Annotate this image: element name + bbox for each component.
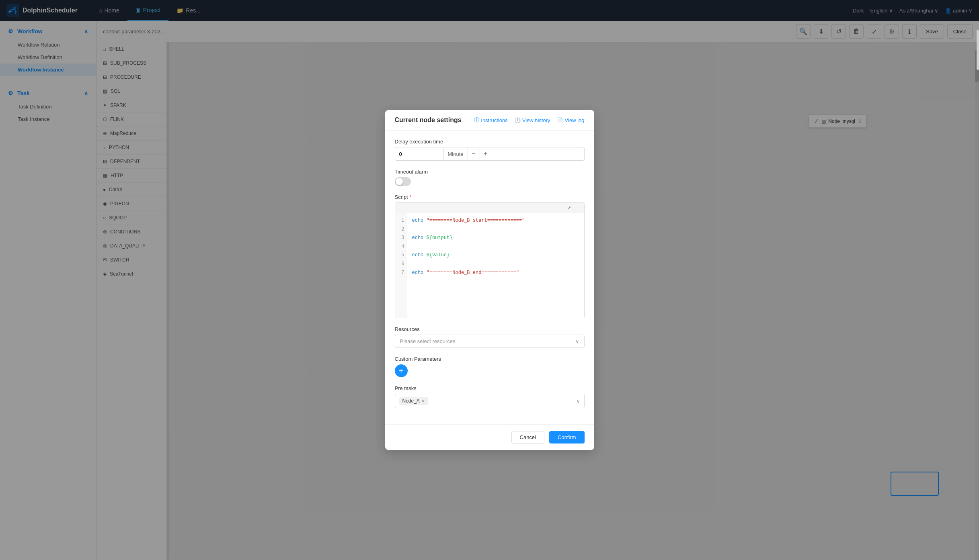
script-editor[interactable]: ⤢ — 1 2 3 4 5 6 7 — [395, 202, 585, 318]
delay-execution-label: Delay execution time — [395, 139, 585, 145]
increment-button[interactable]: + — [480, 147, 492, 160]
timeout-alarm-toggle[interactable] — [395, 177, 411, 186]
pre-task-tag: Node_A × — [399, 397, 428, 405]
script-line-7: echo "========Node_B end============" — [412, 269, 579, 278]
modal-title: Current node settings — [395, 116, 462, 124]
modal-footer: Cancel Confirm — [385, 424, 594, 450]
timeout-alarm-group: Timeout alarm — [395, 169, 585, 186]
delay-execution-input: Minute − + — [395, 147, 585, 161]
delay-unit: Minute — [443, 149, 468, 159]
custom-parameters-group: Custom Parameters + — [395, 356, 585, 377]
plus-icon: + — [399, 367, 404, 375]
info-circle-icon: ⓘ — [474, 116, 479, 124]
add-parameter-button[interactable]: + — [395, 364, 408, 377]
script-editor-toolbar: ⤢ — — [395, 203, 584, 213]
custom-parameters-label: Custom Parameters — [395, 356, 585, 362]
timeout-alarm-label: Timeout alarm — [395, 169, 585, 175]
resources-select[interactable]: Please select resources ∨ — [395, 335, 585, 348]
modal: Current node settings ⓘ Instructions 🕐 V… — [385, 110, 594, 450]
pre-tasks-chevron-icon: ∨ — [576, 398, 580, 404]
script-line-3: echo ${output} — [412, 234, 579, 243]
script-line-1: echo "========Node_B start============" — [412, 217, 579, 225]
pre-tasks-input[interactable]: Node_A × ∨ — [395, 394, 585, 408]
delay-value-field[interactable] — [395, 149, 443, 159]
resources-group: Resources Please select resources ∨ — [395, 326, 585, 348]
modal-overlay[interactable]: Current node settings ⓘ Instructions 🕐 V… — [0, 0, 979, 560]
pre-tasks-group: Pre tasks Node_A × ∨ — [395, 385, 585, 408]
fullscreen-icon[interactable]: ⤢ — [565, 204, 573, 211]
confirm-button[interactable]: Confirm — [549, 431, 585, 444]
script-group: Script ⤢ — 1 2 3 4 5 6 — [395, 194, 585, 318]
modal-header: Current node settings ⓘ Instructions 🕐 V… — [385, 110, 594, 131]
view-log-link[interactable]: 📄 View log — [557, 117, 585, 123]
script-line-numbers: 1 2 3 4 5 6 7 — [395, 213, 407, 318]
decrement-button[interactable]: − — [468, 147, 480, 160]
toggle-knob — [396, 178, 403, 185]
document-icon: 📄 — [557, 117, 563, 123]
clock-icon: 🕐 — [514, 117, 521, 123]
script-line-5: echo ${value} — [412, 251, 579, 260]
script-content: 1 2 3 4 5 6 7 echo "========Node_B start… — [395, 213, 584, 318]
tag-remove-button[interactable]: × — [421, 398, 425, 404]
modal-header-actions: ⓘ Instructions 🕐 View history 📄 View log — [474, 116, 584, 124]
tag-label: Node_A — [402, 398, 420, 404]
script-line-4 — [412, 243, 579, 251]
resources-chevron-icon: ∨ — [575, 338, 579, 344]
delay-execution-group: Delay execution time Minute − + — [395, 139, 585, 161]
script-label: Script — [395, 194, 585, 200]
script-line-2 — [412, 225, 579, 234]
minus-icon[interactable]: — — [573, 204, 581, 211]
view-history-link[interactable]: 🕐 View history — [514, 117, 550, 123]
script-code-area[interactable]: echo "========Node_B start============" … — [407, 213, 584, 318]
instructions-link[interactable]: ⓘ Instructions — [474, 116, 507, 124]
pre-tasks-label: Pre tasks — [395, 385, 585, 391]
modal-body: Delay execution time Minute − + Timeout … — [385, 131, 594, 424]
resources-placeholder: Please select resources — [400, 338, 456, 344]
cancel-button[interactable]: Cancel — [511, 431, 544, 444]
script-line-6 — [412, 260, 579, 269]
resources-label: Resources — [395, 326, 585, 332]
